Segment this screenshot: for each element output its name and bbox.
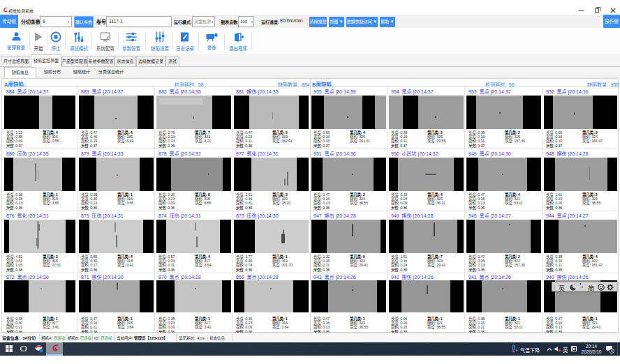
svg-text:6: 6 [611,349,613,353]
